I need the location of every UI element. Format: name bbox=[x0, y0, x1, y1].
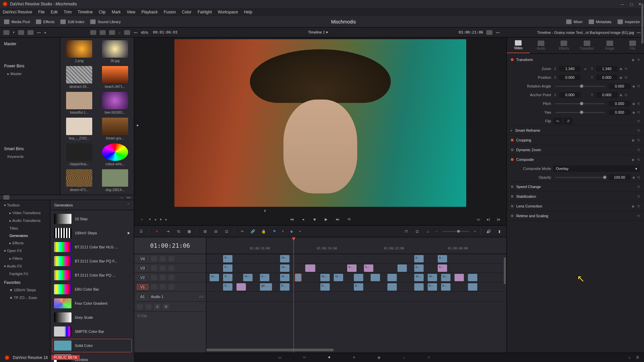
keyframe-icon[interactable]: ◆ bbox=[620, 75, 622, 80]
disable-track-icon[interactable] bbox=[168, 256, 174, 261]
timeline-clip[interactable]: a... bbox=[438, 255, 447, 262]
timeline-clip[interactable] bbox=[371, 274, 380, 281]
zoom-out-icon[interactable]: − bbox=[435, 229, 437, 233]
menu-davinci-resolve[interactable]: DaVinci Resolve bbox=[3, 10, 32, 14]
lock-icon[interactable]: 🔒 bbox=[261, 228, 267, 234]
timeline-clip[interactable]: sc... bbox=[334, 274, 343, 281]
playhead[interactable] bbox=[293, 237, 294, 353]
overwrite-icon[interactable]: ⊟ bbox=[213, 228, 219, 234]
lock-track-icon[interactable] bbox=[137, 304, 143, 309]
timeline-clip[interactable] bbox=[354, 274, 363, 281]
timeline-clip[interactable]: p... bbox=[414, 264, 424, 272]
timeline-clip[interactable]: s... bbox=[364, 264, 373, 272]
trim-tool[interactable]: ⇥ bbox=[165, 228, 171, 234]
timeline-clip[interactable]: d... bbox=[223, 255, 232, 262]
menu-timeline[interactable]: Timeline bbox=[77, 10, 93, 14]
generator-item[interactable]: BT.2111 Color Bar HLG ... bbox=[52, 240, 132, 254]
reset-icon[interactable]: ⟲ bbox=[637, 128, 640, 133]
pool-more-icon[interactable]: ••• bbox=[133, 31, 138, 35]
composite-mode-select[interactable]: Overlay▾ bbox=[553, 166, 640, 172]
track-label[interactable]: V3 bbox=[137, 265, 148, 271]
stabilization-header[interactable]: Stabilization⟲ bbox=[507, 192, 644, 201]
mute-button[interactable]: M bbox=[163, 304, 169, 309]
toolbox-node[interactable]: ▾ Toolbox bbox=[0, 201, 50, 209]
viewer-more-icon[interactable]: ••• bbox=[496, 31, 500, 35]
step-back-button[interactable]: ◂ bbox=[300, 216, 307, 223]
loop-button[interactable]: ⟲ bbox=[345, 216, 352, 223]
anchor-x-field[interactable]: 0.000 bbox=[559, 92, 581, 98]
minimize-button[interactable]: — bbox=[621, 2, 624, 6]
audio-track-header[interactable]: A1 Audio 1 2.0 bbox=[134, 292, 206, 302]
next-edit-icon[interactable]: ▸ bbox=[165, 217, 167, 222]
vertical-scrollbar[interactable] bbox=[504, 257, 506, 284]
list-view-icon[interactable] bbox=[90, 30, 96, 35]
reset-icon[interactable]: ⟲ bbox=[637, 194, 640, 199]
prev-edit-icon[interactable]: ◂ bbox=[154, 217, 156, 222]
zoom-in-icon[interactable]: + bbox=[474, 229, 476, 233]
media-clip[interactable]: boy_-_2182... bbox=[63, 118, 96, 140]
timeline-clip[interactable]: d... bbox=[223, 264, 232, 272]
effects-list-header[interactable]: Generators ⌃ bbox=[50, 200, 134, 210]
menu-fairlight[interactable]: Fairlight bbox=[198, 10, 212, 14]
master-bin[interactable]: Master bbox=[3, 40, 57, 48]
fairlight-page-icon[interactable]: ♪ bbox=[400, 354, 408, 361]
timeline-clip[interactable] bbox=[236, 283, 246, 291]
generator-item[interactable]: Four Color Gradient bbox=[52, 297, 132, 310]
next-clip-icon[interactable]: ▸| bbox=[485, 216, 492, 223]
position-x-field[interactable]: 0.000 bbox=[559, 75, 581, 80]
keyframe-icon[interactable]: ◆ bbox=[632, 158, 634, 162]
media-clip[interactable]: beautiful-1... bbox=[63, 92, 96, 114]
media-clip[interactable]: beach-3471... bbox=[99, 66, 131, 88]
metadata-toggle[interactable]: Metadata bbox=[589, 19, 611, 24]
go-start-button[interactable]: ⏮ bbox=[288, 216, 295, 223]
timeline-clip[interactable]: p... bbox=[414, 255, 424, 262]
video-track-header[interactable]: V2 bbox=[134, 273, 206, 282]
retime-scaling-header[interactable]: Retime and Scaling⟲ bbox=[507, 211, 644, 221]
keyframe-icon[interactable]: ◆ bbox=[632, 102, 635, 106]
strip-view-icon[interactable] bbox=[109, 30, 115, 35]
edit-page-icon[interactable]: ✶ bbox=[325, 354, 333, 361]
auto-select-icon[interactable] bbox=[160, 275, 166, 280]
import-icon[interactable] bbox=[18, 30, 24, 35]
viewer-scrubber[interactable] bbox=[134, 208, 506, 213]
generator-item[interactable]: BT.2111 Color Bar PQ ... bbox=[52, 268, 132, 282]
replace-icon[interactable]: ⊡ bbox=[223, 228, 229, 234]
power-bins-header[interactable]: Power Bins bbox=[3, 62, 57, 70]
more-icon[interactable]: ••• bbox=[37, 31, 41, 35]
timeline-clip[interactable]: sc... bbox=[243, 274, 253, 281]
zoom-to-fit-icon[interactable]: ⊡ bbox=[414, 228, 420, 234]
reset-icon[interactable]: ⟲ bbox=[637, 158, 640, 162]
flip-v-button[interactable]: ⇵ bbox=[564, 118, 573, 124]
keyframe-icon[interactable]: ◆ bbox=[632, 110, 635, 115]
composite-header[interactable]: Composite◆⟲ bbox=[507, 155, 644, 164]
reset-icon[interactable]: ⟲ bbox=[624, 75, 627, 80]
media-clip[interactable]: brown gra... bbox=[99, 118, 131, 140]
play-forward-icon[interactable]: ▸ bbox=[137, 123, 139, 127]
timeline-clip[interactable] bbox=[305, 264, 315, 272]
enable-dot-icon[interactable] bbox=[511, 139, 514, 141]
proxy-icon[interactable] bbox=[486, 30, 492, 35]
yaw-slider[interactable] bbox=[555, 112, 605, 113]
timeline-clip[interactable]: s... bbox=[438, 264, 447, 272]
settings-icon[interactable]: ⚙ bbox=[636, 355, 639, 360]
enable-dot-icon[interactable] bbox=[511, 215, 514, 217]
reset-icon[interactable]: ⟲ bbox=[624, 93, 627, 97]
enable-dot-icon[interactable] bbox=[511, 158, 514, 161]
speed-change-header[interactable]: Speed Change⟲ bbox=[507, 182, 644, 191]
maximize-button[interactable]: ▢ bbox=[630, 2, 633, 6]
deliver-page-icon[interactable]: ↗ bbox=[425, 354, 433, 361]
timeline-clip[interactable]: sc... bbox=[428, 274, 437, 281]
disable-track-icon[interactable] bbox=[168, 275, 174, 280]
thumb-view-icon[interactable] bbox=[100, 30, 106, 35]
keyframe-icon[interactable]: ◆ bbox=[632, 58, 634, 62]
timeline-clip[interactable]: b... bbox=[441, 283, 450, 291]
chevron-down-icon[interactable]: ▾ bbox=[13, 30, 15, 35]
color-page-icon[interactable]: ◉ bbox=[375, 354, 383, 361]
effects-toggle[interactable]: Effects bbox=[36, 19, 54, 24]
custom-zoom-icon[interactable]: ⌕ bbox=[425, 228, 431, 234]
prev-clip-icon[interactable]: |◂ bbox=[495, 216, 502, 223]
generator-item[interactable]: 100mV Steps★ bbox=[52, 226, 132, 240]
zoom-y-field[interactable]: 1.340 bbox=[596, 66, 618, 71]
reset-icon[interactable]: ⟲ bbox=[637, 102, 640, 106]
timeline-clip[interactable]: sc... bbox=[320, 274, 330, 281]
